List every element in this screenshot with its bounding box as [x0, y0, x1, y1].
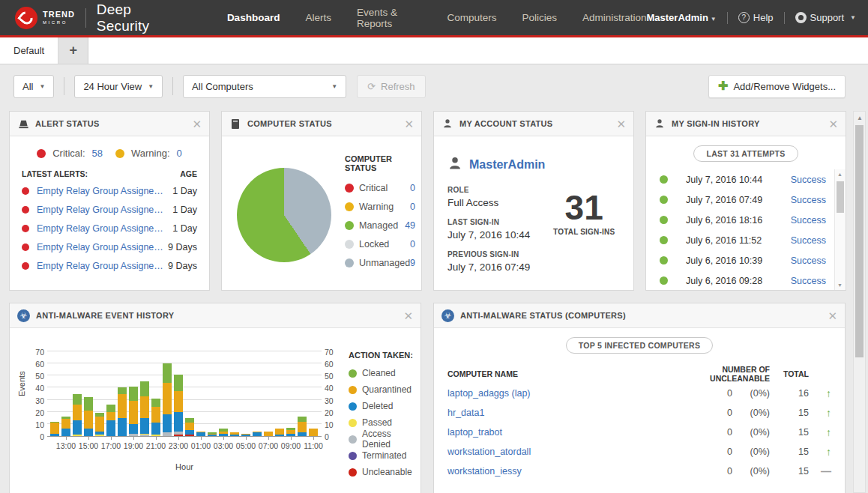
- table-row: hr_data1 0 (0%) 15 ↑: [447, 403, 831, 423]
- uncleanable-percent: (0%): [732, 388, 770, 399]
- widget-title: COMPUTER STATUS: [247, 119, 332, 128]
- scroll-thumb[interactable]: [837, 181, 844, 213]
- nav-item-alerts[interactable]: Alerts: [305, 12, 331, 23]
- support-menu[interactable]: Support ▼: [795, 12, 856, 23]
- close-icon[interactable]: ✕: [403, 310, 413, 321]
- close-icon[interactable]: ✕: [828, 118, 838, 130]
- y-axis-title: Events: [16, 342, 28, 437]
- alert-link[interactable]: Empty Relay Group Assigned - CA...: [37, 223, 166, 234]
- nav-item-policies[interactable]: Policies: [522, 12, 557, 23]
- computer-status-pie-chart[interactable]: [237, 168, 331, 262]
- nav-item-administration[interactable]: Administration: [582, 12, 647, 23]
- legend-label: Terminated: [362, 450, 406, 461]
- time-view-dropdown[interactable]: 24 Hour View▼: [74, 75, 163, 98]
- bar-12:00[interactable]: [50, 422, 59, 436]
- bar-04:00[interactable]: [230, 432, 239, 436]
- username-link[interactable]: MasterAdmin: [469, 158, 545, 172]
- bar-legend-row: Cleaned: [349, 365, 416, 381]
- bar-22:00[interactable]: [163, 363, 172, 436]
- computer-name-link[interactable]: workstation_atordall: [447, 447, 707, 457]
- add-remove-widgets-button[interactable]: ✚ Add/Remove Widgets...: [708, 75, 846, 98]
- computers-filter-select[interactable]: All Computers▼: [183, 75, 346, 98]
- signin-status-link[interactable]: Success: [791, 195, 826, 205]
- bar-00:00[interactable]: [185, 418, 194, 436]
- bar-02:00[interactable]: [208, 432, 217, 436]
- bar-07:00[interactable]: [264, 432, 273, 436]
- signin-status-link[interactable]: Success: [791, 235, 826, 246]
- help-link[interactable]: ? Help: [738, 12, 774, 23]
- uncleanable-count: 0: [707, 388, 732, 399]
- bar-15:00[interactable]: [84, 397, 93, 436]
- alert-link[interactable]: Empty Relay Group Assigned - dir...: [37, 242, 166, 252]
- bar-16:00[interactable]: [95, 413, 104, 436]
- bar-10:00[interactable]: [298, 417, 307, 436]
- chevron-down-icon: ▼: [331, 83, 337, 90]
- bar-18:00[interactable]: [118, 387, 127, 436]
- warning-count-link[interactable]: 0: [177, 148, 182, 159]
- am-event-bar-chart[interactable]: [47, 352, 322, 437]
- user-menu[interactable]: MasterAdmin▼: [647, 12, 717, 23]
- bar-23:00[interactable]: [174, 375, 183, 436]
- bar-14:00[interactable]: [73, 394, 82, 436]
- page-scrollbar[interactable]: ▲: [853, 111, 866, 493]
- computer-name-link[interactable]: hr_data1: [447, 408, 707, 418]
- widget-alert-status: ALERT STATUS ✕ Critical: 58 Warning: 0 L…: [9, 111, 210, 291]
- add-tab-button[interactable]: +: [58, 37, 88, 64]
- alert-link[interactable]: Empty Relay Group Assigned - 19...: [37, 186, 166, 196]
- scroll-up-icon[interactable]: ▲: [837, 172, 843, 177]
- legend-value-link[interactable]: 0: [410, 202, 420, 212]
- divider: [64, 77, 64, 95]
- close-icon[interactable]: ✕: [828, 310, 837, 321]
- bar-21:00[interactable]: [151, 399, 160, 436]
- critical-dot-icon: [22, 187, 29, 195]
- signin-status-link[interactable]: Success: [791, 276, 826, 286]
- widget-title: MY SIGN-IN HISTORY: [672, 119, 760, 128]
- bar-08:00[interactable]: [275, 429, 284, 436]
- last-attempts-button[interactable]: LAST 31 ATTEMPTS: [693, 145, 798, 162]
- nav-item-dashboard[interactable]: Dashboard: [227, 12, 280, 23]
- refresh-button[interactable]: ⟳ Refresh: [357, 75, 425, 98]
- success-dot-icon: [660, 216, 668, 224]
- computer-name-link[interactable]: laptop_adaggs (lap): [447, 388, 707, 399]
- top5-infected-button[interactable]: TOP 5 INFECTED COMPUTERS: [566, 337, 714, 354]
- close-icon[interactable]: ✕: [616, 118, 626, 130]
- bar-11:00[interactable]: [309, 429, 318, 436]
- scroll-up-icon[interactable]: ▲: [857, 115, 863, 121]
- bar-17:00[interactable]: [106, 405, 115, 436]
- scroll-thumb[interactable]: [855, 125, 864, 357]
- alert-filter-dropdown[interactable]: All▼: [13, 75, 54, 98]
- computer-name-link[interactable]: laptop_trabot: [447, 427, 707, 438]
- table-row: laptop_trabot 0 (0%) 15 ↑: [447, 423, 831, 442]
- legend-value-link[interactable]: 9: [410, 258, 420, 268]
- bar-20:00[interactable]: [140, 381, 149, 436]
- signin-status-link[interactable]: Success: [791, 215, 826, 226]
- close-icon[interactable]: ✕: [404, 118, 414, 130]
- bar-13:00[interactable]: [61, 417, 70, 436]
- legend-value-link[interactable]: 0: [410, 183, 420, 193]
- bar-05:00[interactable]: [241, 434, 250, 436]
- bar-06:00[interactable]: [253, 432, 262, 436]
- computer-name-link[interactable]: workstation_iessy: [447, 466, 707, 477]
- signin-list-item: July 6, 2016 18:16 Success: [646, 210, 846, 230]
- bar-19:00[interactable]: [129, 387, 138, 436]
- alert-link[interactable]: Empty Relay Group Assigned - dir...: [37, 261, 166, 271]
- trend-micro-logo-icon: [15, 7, 37, 29]
- bar-03:00[interactable]: [219, 429, 228, 436]
- nav-item-events-reports[interactable]: Events & Reports: [357, 7, 421, 29]
- alert-link[interactable]: Empty Relay Group Assigned - CA...: [37, 205, 166, 215]
- signin-status-link[interactable]: Success: [791, 175, 826, 185]
- list-scrollbar[interactable]: ▲ ▼: [834, 169, 846, 290]
- legend-value-link[interactable]: 0: [410, 239, 420, 249]
- bar-01:00[interactable]: [196, 432, 205, 436]
- tab-default[interactable]: Default: [0, 37, 58, 64]
- scroll-down-icon[interactable]: ▼: [837, 282, 843, 288]
- widget-title: ANTI-MALWARE STATUS (COMPUTERS): [460, 311, 626, 320]
- nav-item-computers[interactable]: Computers: [447, 12, 496, 23]
- refresh-icon: ⟳: [367, 81, 376, 92]
- bar-09:00[interactable]: [286, 428, 295, 436]
- legend-value-link[interactable]: 49: [405, 220, 420, 231]
- critical-count-link[interactable]: 58: [92, 148, 103, 159]
- role-label: ROLE: [447, 186, 545, 194]
- close-icon[interactable]: ✕: [192, 118, 202, 130]
- signin-status-link[interactable]: Success: [791, 255, 826, 266]
